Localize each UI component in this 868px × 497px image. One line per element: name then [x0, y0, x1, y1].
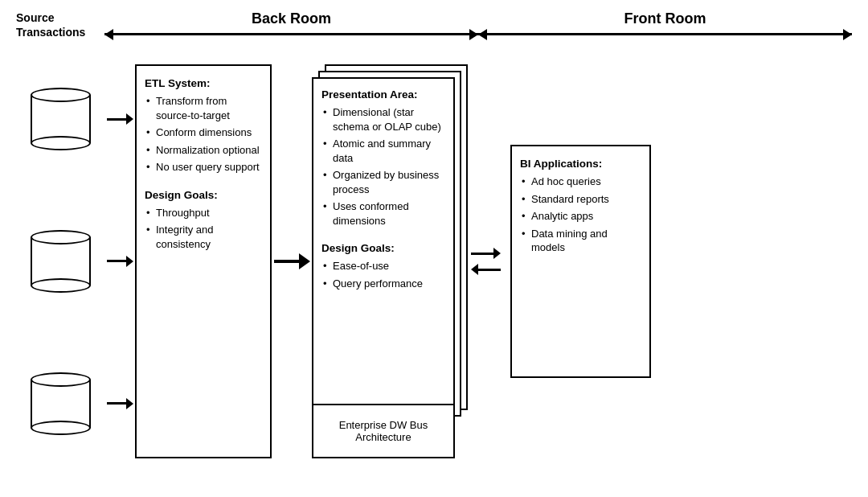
- back-room-section: Back Room: [104, 8, 478, 42]
- database-2: [31, 230, 91, 293]
- etl-dg-1: Throughput: [145, 206, 262, 220]
- pres-design-goals-title: Design Goals:: [321, 242, 445, 254]
- db-bottom-2: [31, 278, 91, 293]
- etl-bullet-1: Transform from source-to-target: [145, 94, 262, 122]
- etl-bullet-2: Conform dimensions: [145, 125, 262, 140]
- bi-bullet-1: Ad hoc queries: [520, 175, 641, 189]
- db-top-3: [31, 372, 91, 387]
- source-transactions-label: SourceTransactions: [16, 10, 104, 39]
- database-1: [31, 88, 91, 150]
- etl-to-presentation-arrow: [272, 253, 312, 269]
- etl-dg-2: Integrity and consistency: [145, 223, 262, 251]
- bi-arrows: [471, 248, 501, 275]
- bi-title: BI Applications:: [520, 158, 641, 170]
- front-room-section: Front Room: [478, 8, 852, 42]
- arrow-to-bi: [471, 248, 501, 259]
- bi-bullet-4: Data mining and models: [520, 227, 641, 255]
- header-row: SourceTransactions Back Room Front Room: [16, 8, 852, 42]
- main-content: ETL System: Transform from source-to-tar…: [16, 48, 852, 474]
- front-room-label: Front Room: [624, 10, 706, 27]
- etl-design-goals: Design Goals: Throughput Integrity and c…: [145, 189, 262, 255]
- back-room-label: Back Room: [252, 10, 331, 27]
- presentation-stack: Presentation Area: Dimensional (star sch…: [312, 64, 469, 458]
- presentation-design-goals: Design Goals: Ease-of-use Query performa…: [321, 242, 445, 294]
- sources-column: [16, 48, 104, 474]
- presentation-card-front: Presentation Area: Dimensional (star sch…: [312, 77, 455, 423]
- arrow-db2-to-etl: [107, 256, 133, 267]
- arrow-db1-to-etl: [107, 113, 133, 125]
- pres-dg-1: Ease-of-use: [321, 259, 445, 273]
- sources-to-etl-arrows: [104, 48, 135, 474]
- pres-dg-2: Query performance: [321, 277, 445, 291]
- bi-bullets: Ad hoc queries Standard reports Analytic…: [520, 175, 641, 255]
- bi-bullet-3: Analytic apps: [520, 209, 641, 224]
- etl-bullets: Transform from source-to-target Conform …: [145, 94, 262, 178]
- presentation-bullets: Dimensional (star schema or OLAP cube) A…: [321, 105, 445, 231]
- etl-design-goals-bullets: Throughput Integrity and consistency: [145, 206, 262, 252]
- pres-bullet-2: Atomic and summary data: [321, 137, 445, 165]
- bi-direction-arrows-col: [469, 248, 502, 275]
- db-bottom-1: [31, 136, 91, 150]
- big-arrow-1: [274, 253, 310, 269]
- arrow-from-bi: [471, 264, 501, 275]
- db-top-2: [31, 230, 91, 244]
- pres-bullet-1: Dimensional (star schema or OLAP cube): [321, 105, 445, 133]
- bi-bullet-2: Standard reports: [520, 192, 641, 207]
- etl-box: ETL System: Transform from source-to-tar…: [135, 64, 272, 458]
- etl-bullet-3: Normalization optional: [145, 143, 262, 158]
- db-bottom-3: [31, 421, 91, 435]
- etl-design-goals-title: Design Goals:: [145, 189, 262, 201]
- arrow-db3-to-etl: [107, 398, 133, 409]
- presentation-title: Presentation Area:: [321, 88, 445, 101]
- pres-bullet-4: Uses conformed dimensions: [321, 199, 445, 228]
- enterprise-dw-box: Enterprise DW Bus Architecture: [312, 404, 455, 458]
- database-3: [31, 372, 91, 435]
- etl-bullet-4: No user query support: [145, 160, 262, 175]
- etl-title: ETL System:: [145, 77, 262, 89]
- diagram: SourceTransactions Back Room Front Room: [0, 0, 868, 497]
- bi-box: BI Applications: Ad hoc queries Standard…: [510, 145, 651, 378]
- enterprise-label: Enterprise DW Bus Architecture: [339, 419, 428, 443]
- pres-bullet-3: Organized by business process: [321, 168, 445, 196]
- pres-design-goals-bullets: Ease-of-use Query performance: [321, 259, 445, 290]
